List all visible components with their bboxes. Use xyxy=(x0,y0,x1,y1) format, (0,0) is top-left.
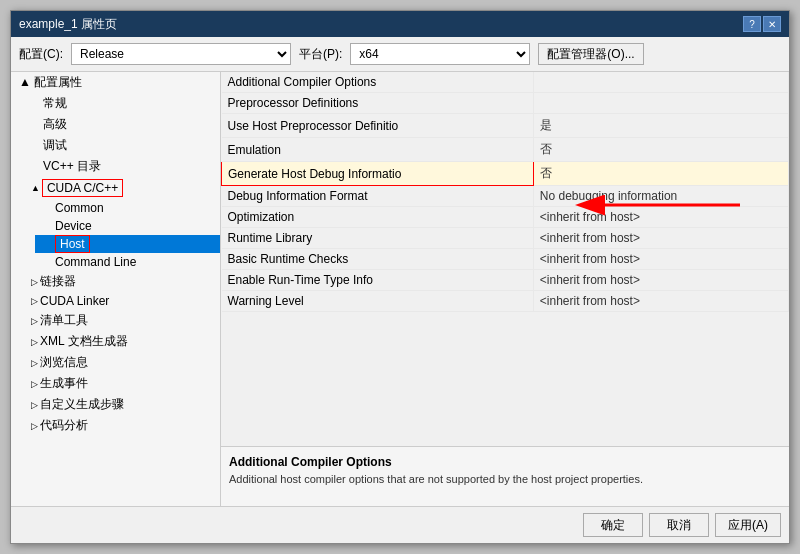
title-bar-buttons: ? ✕ xyxy=(743,16,781,32)
sidebar-item-code-analysis[interactable]: ▷ 代码分析 xyxy=(23,415,220,436)
prop-name-cell: Debug Information Format xyxy=(222,186,534,207)
sidebar-item-device[interactable]: Device xyxy=(35,217,220,235)
prop-value-cell xyxy=(533,93,788,114)
sidebar-item-cmdline[interactable]: Command Line xyxy=(35,253,220,271)
manifest-label: 清单工具 xyxy=(40,312,88,329)
cuda-cpp-label: CUDA C/C++ xyxy=(42,179,123,197)
code-analysis-label: 代码分析 xyxy=(40,417,88,434)
sidebar-item-browse[interactable]: ▷ 浏览信息 xyxy=(23,352,220,373)
sidebar-item-build-events[interactable]: ▷ 生成事件 xyxy=(23,373,220,394)
cuda-arrow-icon: ▲ xyxy=(31,183,40,193)
prop-value-cell: <inherit from host> xyxy=(533,249,788,270)
build-events-label: 生成事件 xyxy=(40,375,88,392)
prop-name-cell: Optimization xyxy=(222,207,534,228)
prop-name-cell: Basic Runtime Checks xyxy=(222,249,534,270)
tree-config-children: 常规 高级 调试 VC++ 目录 ▲ CUDA C/C++ Common Dev… xyxy=(11,93,220,436)
manifest-arrow-icon: ▷ xyxy=(31,316,38,326)
info-panel-title: Additional Compiler Options xyxy=(229,455,781,469)
close-button[interactable]: ✕ xyxy=(763,16,781,32)
table-row[interactable]: Preprocessor Definitions xyxy=(222,93,789,114)
browse-arrow-icon: ▷ xyxy=(31,358,38,368)
prop-value-cell: <inherit from host> xyxy=(533,270,788,291)
title-bar: example_1 属性页 ? ✕ xyxy=(11,11,789,37)
cuda-linker-label: CUDA Linker xyxy=(40,294,109,308)
sidebar-item-custom-build[interactable]: ▷ 自定义生成步骤 xyxy=(23,394,220,415)
right-panel: Additional Compiler OptionsPreprocessor … xyxy=(221,72,789,506)
tree-root-label: ▲ 配置属性 xyxy=(19,74,82,91)
prop-value-cell: <inherit from host> xyxy=(533,207,788,228)
cuda-children: Common Device Host Command Line xyxy=(23,199,220,271)
prop-value-cell: <inherit from host> xyxy=(533,228,788,249)
table-row[interactable]: Optimization<inherit from host> xyxy=(222,207,789,228)
properties-table: Additional Compiler OptionsPreprocessor … xyxy=(221,72,789,312)
prop-name-cell: Runtime Library xyxy=(222,228,534,249)
xml-gen-label: XML 文档生成器 xyxy=(40,333,128,350)
prop-value-cell: 否 xyxy=(533,162,788,186)
sidebar-item-advanced[interactable]: 高级 xyxy=(23,114,220,135)
info-panel-text: Additional host compiler options that ar… xyxy=(229,473,781,485)
table-row[interactable]: Use Host Preprocessor Definitio是 xyxy=(222,114,789,138)
prop-value-cell xyxy=(533,72,788,93)
dialog-title: example_1 属性页 xyxy=(19,16,117,33)
table-row[interactable]: Basic Runtime Checks<inherit from host> xyxy=(222,249,789,270)
info-panel: Additional Compiler Options Additional h… xyxy=(221,446,789,506)
table-row[interactable]: Additional Compiler Options xyxy=(222,72,789,93)
left-panel: ▲ 配置属性 常规 高级 调试 VC++ 目录 ▲ CUDA C/C++ Com… xyxy=(11,72,221,506)
sidebar-item-xml-gen[interactable]: ▷ XML 文档生成器 xyxy=(23,331,220,352)
table-row[interactable]: Warning Level<inherit from host> xyxy=(222,291,789,312)
prop-name-cell: Use Host Preprocessor Definitio xyxy=(222,114,534,138)
sidebar-item-vcpp[interactable]: VC++ 目录 xyxy=(23,156,220,177)
prop-name-cell: Emulation xyxy=(222,138,534,162)
table-row[interactable]: Runtime Library<inherit from host> xyxy=(222,228,789,249)
sidebar-item-general[interactable]: 常规 xyxy=(23,93,220,114)
cuda-linker-arrow-icon: ▷ xyxy=(31,296,38,306)
platform-select[interactable]: x64 xyxy=(350,43,530,65)
apply-button[interactable]: 应用(A) xyxy=(715,513,781,537)
config-label: 配置(C): xyxy=(19,46,63,63)
config-mgr-button[interactable]: 配置管理器(O)... xyxy=(538,43,643,65)
props-table: Additional Compiler OptionsPreprocessor … xyxy=(221,72,789,446)
main-content: ▲ 配置属性 常规 高级 调试 VC++ 目录 ▲ CUDA C/C++ Com… xyxy=(11,72,789,506)
table-row[interactable]: Generate Host Debug Informatio否 xyxy=(222,162,789,186)
prop-name-cell: Additional Compiler Options xyxy=(222,72,534,93)
sidebar-item-manifest[interactable]: ▷ 清单工具 xyxy=(23,310,220,331)
dialog: example_1 属性页 ? ✕ 配置(C): Release 平台(P): … xyxy=(10,10,790,544)
code-analysis-arrow-icon: ▷ xyxy=(31,421,38,431)
sidebar-item-cuda-cpp[interactable]: ▲ CUDA C/C++ xyxy=(23,177,220,199)
xml-arrow-icon: ▷ xyxy=(31,337,38,347)
cancel-button[interactable]: 取消 xyxy=(649,513,709,537)
prop-value-cell: 是 xyxy=(533,114,788,138)
bottom-bar: 确定 取消 应用(A) xyxy=(11,506,789,543)
table-row[interactable]: Enable Run-Time Type Info<inherit from h… xyxy=(222,270,789,291)
sidebar-item-linker[interactable]: ▷ 链接器 xyxy=(23,271,220,292)
tree-root[interactable]: ▲ 配置属性 xyxy=(11,72,220,93)
ok-button[interactable]: 确定 xyxy=(583,513,643,537)
help-button[interactable]: ? xyxy=(743,16,761,32)
linker-label: 链接器 xyxy=(40,273,76,290)
custom-build-arrow-icon: ▷ xyxy=(31,400,38,410)
custom-build-label: 自定义生成步骤 xyxy=(40,396,124,413)
table-row[interactable]: Debug Information FormatNo debugging inf… xyxy=(222,186,789,207)
config-select[interactable]: Release xyxy=(71,43,291,65)
prop-name-cell: Generate Host Debug Informatio xyxy=(222,162,534,186)
prop-value-cell: No debugging information xyxy=(533,186,788,207)
host-label: Host xyxy=(55,235,90,253)
sidebar-item-host[interactable]: Host xyxy=(35,235,220,253)
toolbar: 配置(C): Release 平台(P): x64 配置管理器(O)... xyxy=(11,37,789,72)
platform-label: 平台(P): xyxy=(299,46,342,63)
sidebar-item-debug[interactable]: 调试 xyxy=(23,135,220,156)
prop-name-cell: Warning Level xyxy=(222,291,534,312)
prop-value-cell: 否 xyxy=(533,138,788,162)
sidebar-item-cuda-linker[interactable]: ▷ CUDA Linker xyxy=(23,292,220,310)
browse-label: 浏览信息 xyxy=(40,354,88,371)
sidebar-item-common[interactable]: Common xyxy=(35,199,220,217)
table-row[interactable]: Emulation否 xyxy=(222,138,789,162)
prop-name-cell: Preprocessor Definitions xyxy=(222,93,534,114)
build-events-arrow-icon: ▷ xyxy=(31,379,38,389)
linker-arrow-icon: ▷ xyxy=(31,277,38,287)
prop-name-cell: Enable Run-Time Type Info xyxy=(222,270,534,291)
prop-value-cell: <inherit from host> xyxy=(533,291,788,312)
